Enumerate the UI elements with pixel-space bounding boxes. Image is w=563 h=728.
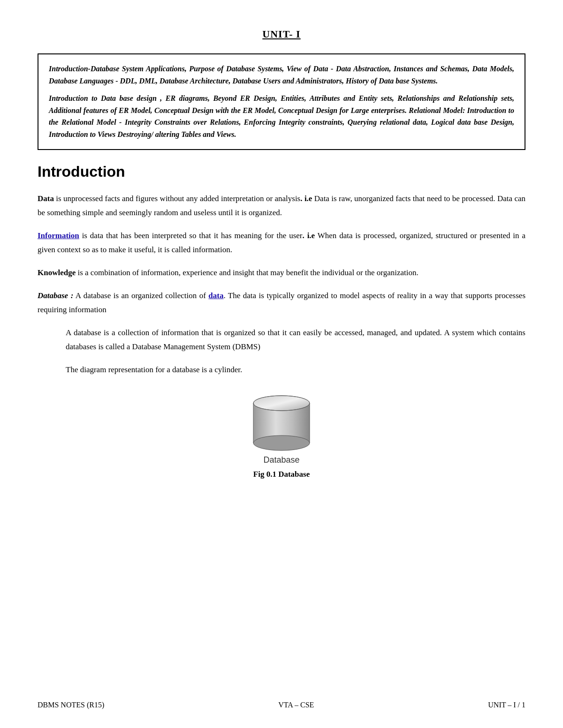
footer: DBMS NOTES (R15) VTA – CSE UNIT – I / 1 [0,701,563,709]
knowledge-term: Knowledge [38,268,76,277]
knowledge-paragraph: Knowledge is a combination of informatio… [38,266,525,280]
information-ie: . i.e [303,231,315,240]
data-link[interactable]: data [208,291,223,300]
fig-caption: Fig 0.1 Database [38,470,525,479]
database-paragraph-2: A database is a collection of informatio… [66,326,525,354]
knowledge-text1: is a combination of information, experie… [76,268,418,277]
footer-right: UNIT – I / 1 [488,701,525,709]
information-paragraph: Information is data that has been interp… [38,229,525,257]
information-text1: is data that has been interpreted so tha… [79,231,303,240]
section-title: Introduction [38,163,525,180]
data-text1: is unprocessed facts and figures without… [54,194,300,203]
data-ie: . i.e [300,194,312,203]
database-text1: A database is an organized collection of [73,291,208,300]
syllabus-box: Introduction-Database System Application… [38,53,525,150]
data-term: Data [38,194,54,203]
database-cylinder-svg [244,391,319,452]
diagram-container: Database [38,391,525,465]
page-title: UNIT- I [38,28,525,40]
syllabus-para-2: Introduction to Data base design , ER di… [49,92,514,140]
diagram-text: The diagram representation for a databas… [66,363,525,377]
db-image-label: Database [38,455,525,465]
data-paragraph: Data is unprocessed facts and figures wi… [38,192,525,220]
information-link[interactable]: Information [38,231,79,240]
footer-center: VTA – CSE [278,701,314,709]
footer-left: DBMS NOTES (R15) [38,701,104,709]
syllabus-para-1: Introduction-Database System Application… [49,63,514,87]
database-paragraph-1: Database : A database is an organized co… [38,289,525,317]
database-term: Database : [38,291,73,300]
